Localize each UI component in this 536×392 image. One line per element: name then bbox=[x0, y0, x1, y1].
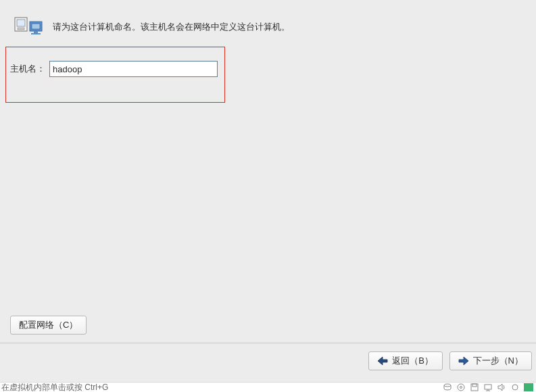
footer-icons bbox=[443, 383, 533, 391]
cd-icon bbox=[456, 383, 466, 391]
hostname-label: 主机名： bbox=[10, 63, 45, 75]
svg-point-9 bbox=[460, 387, 462, 389]
back-button-label: 返回（B） bbox=[392, 355, 433, 367]
disk-icon bbox=[443, 383, 452, 391]
footer-bar: 在虚拟机内部单击或按 Ctrl+G bbox=[0, 382, 536, 392]
footer-hint-text: 在虚拟机内部单击或按 Ctrl+G bbox=[1, 382, 108, 393]
instruction-text: 请为这台计算机命名。该主机名会在网络中定义这台计算机。 bbox=[53, 21, 290, 33]
computers-icon bbox=[14, 16, 46, 38]
svg-rect-1 bbox=[17, 20, 25, 26]
hostname-input[interactable] bbox=[49, 61, 218, 77]
svg-rect-12 bbox=[485, 385, 491, 389]
next-button-label: 下一步（N） bbox=[473, 355, 523, 367]
next-button[interactable]: 下一步（N） bbox=[449, 351, 532, 370]
back-button[interactable]: 返回（B） bbox=[368, 351, 443, 370]
separator-line bbox=[0, 343, 536, 343]
bottom-button-bar: 返回（B） 下一步（N） bbox=[368, 351, 532, 370]
record-icon bbox=[510, 383, 520, 391]
hostname-form-box: 主机名： bbox=[5, 47, 225, 103]
header-section: 请为这台计算机命名。该主机名会在网络中定义这台计算机。 bbox=[0, 0, 536, 38]
status-square-icon bbox=[524, 383, 533, 391]
floppy-icon bbox=[470, 383, 479, 391]
svg-rect-2 bbox=[18, 28, 24, 30]
svg-rect-4 bbox=[32, 24, 40, 29]
hostname-row: 主机名： bbox=[10, 61, 218, 77]
network-icon bbox=[483, 383, 493, 391]
svg-point-15 bbox=[512, 385, 518, 390]
arrow-right-icon bbox=[458, 356, 469, 366]
svg-rect-11 bbox=[472, 384, 477, 387]
arrow-left-icon bbox=[377, 356, 388, 366]
svg-point-8 bbox=[458, 384, 464, 391]
svg-point-7 bbox=[444, 384, 451, 387]
sound-icon bbox=[497, 383, 506, 391]
svg-rect-6 bbox=[31, 33, 41, 34]
svg-rect-5 bbox=[34, 31, 38, 33]
configure-network-button[interactable]: 配置网络（C） bbox=[10, 316, 87, 335]
